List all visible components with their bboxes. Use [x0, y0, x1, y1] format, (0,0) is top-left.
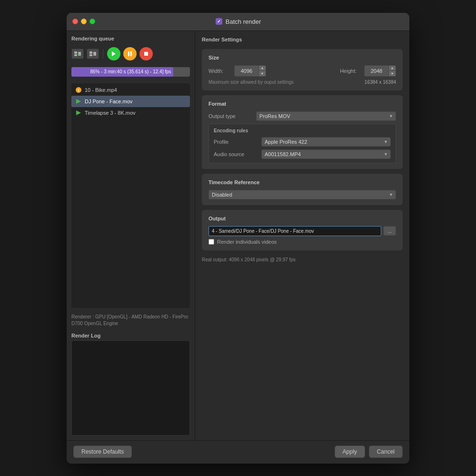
queue-item-label: DJ Pone - Face.mov: [85, 99, 132, 104]
output-type-label: Output type: [208, 113, 251, 119]
svg-marker-10: [112, 51, 116, 56]
queue-controls: + -: [71, 47, 190, 60]
svg-rect-11: [128, 51, 129, 56]
maximize-button[interactable]: [89, 19, 95, 24]
timecode-select[interactable]: Disabled Enabled: [208, 190, 396, 199]
audio-source-select[interactable]: A0011582.MP4 None Embedded: [261, 149, 391, 159]
svg-text:+: +: [78, 52, 80, 57]
render-individuals-checkbox[interactable]: [208, 239, 214, 245]
width-label: Width:: [208, 68, 229, 74]
apply-button[interactable]: Apply: [335, 446, 365, 458]
traffic-lights: [72, 19, 95, 24]
size-label: Size: [208, 55, 396, 60]
main-content: Rendering queue + -: [67, 31, 409, 440]
output-path-row: ...: [208, 226, 396, 236]
width-down-arrow[interactable]: ▼: [259, 71, 266, 76]
render-arrow-icon: [75, 98, 82, 105]
render-individuals-row: Render individuals videos: [208, 239, 396, 245]
queue-item[interactable]: Timelapse 3 - 8K.mov: [71, 107, 190, 119]
profile-select-wrapper: Apple ProRes 422 Apple ProRes 4444 Apple…: [261, 137, 391, 147]
format-card: Format Output type ProRes MOV H.264 H.26…: [202, 95, 403, 169]
close-button[interactable]: [72, 19, 78, 24]
play-button[interactable]: [107, 47, 120, 60]
real-output-text: Real output: 4096 x 2048 pixels @ 29.97 …: [202, 257, 403, 262]
render-log-box: [71, 340, 190, 436]
app-icon: ✓: [215, 18, 223, 25]
queue-item-label: 10 - Bike.mp4: [85, 87, 117, 93]
queue-item[interactable]: ! 10 - Bike.mp4: [71, 84, 190, 96]
restore-defaults-button[interactable]: Restore Defaults: [73, 446, 132, 458]
audio-source-label: Audio source: [214, 151, 257, 157]
output-type-select-wrapper: ProRes MOV H.264 H.265 DNxHD ▼: [256, 111, 396, 121]
format-label: Format: [208, 101, 396, 107]
profile-label: Profile: [214, 139, 257, 145]
svg-rect-2: [74, 51, 77, 54]
renderer-info: Renderer : GPU [OpenGL] - AMD Radeon HD …: [71, 314, 190, 327]
max-size-label: Maximum size allowed by ouput settings: [208, 79, 294, 85]
height-label: Height:: [340, 68, 357, 74]
svg-text:✓: ✓: [217, 19, 221, 24]
stop-button[interactable]: [139, 47, 153, 60]
output-label: Output: [208, 216, 396, 221]
render-arrow-icon: [75, 109, 82, 116]
queue-title: Rendering queue: [71, 36, 190, 41]
width-up-arrow[interactable]: ▲: [259, 66, 266, 71]
size-card: Size Width: ▲ ▼ Height:: [202, 49, 403, 90]
svg-marker-17: [76, 110, 81, 115]
progress-text: 86% - 3 min:40 s (35.614 s) - 12.4] fps: [71, 67, 190, 77]
max-size-value: 16384 x 16384: [365, 79, 396, 85]
queue-list[interactable]: ! 10 - Bike.mp4 DJ Pone - Face.mov Timel…: [71, 83, 190, 308]
size-row: Width: ▲ ▼ Height: ▲ ▼: [208, 65, 396, 77]
encoding-rules-box: Encoding rules Profile Apple ProRes 422 …: [208, 124, 396, 163]
svg-marker-16: [76, 99, 81, 104]
queue-item-label: Timelapse 3 - 8K.mov: [85, 110, 136, 116]
remove-from-queue-button[interactable]: -: [87, 49, 99, 59]
warning-icon: !: [75, 87, 82, 93]
svg-rect-6: [89, 51, 92, 54]
render-individuals-label: Render individuals videos: [217, 239, 277, 245]
encoding-rules-label: Encoding rules: [214, 128, 391, 133]
width-arrows: ▲ ▼: [258, 66, 266, 76]
controls-separator: [103, 49, 103, 59]
svg-rect-12: [130, 51, 132, 56]
render-settings-title: Render Settings: [202, 37, 403, 42]
render-log-title: Render Log: [71, 333, 190, 338]
height-arrows: ▲ ▼: [388, 66, 396, 76]
profile-row: Profile Apple ProRes 422 Apple ProRes 44…: [214, 137, 391, 147]
minimize-button[interactable]: [81, 19, 87, 24]
output-type-select[interactable]: ProRes MOV H.264 H.265 DNxHD: [256, 111, 396, 121]
output-path-input[interactable]: [208, 226, 381, 236]
right-panel: Render Settings Size Width: ▲ ▼ Height:: [195, 31, 409, 440]
render-log-section: Render Log: [71, 333, 190, 436]
height-input[interactable]: [365, 67, 388, 75]
width-input[interactable]: [235, 67, 258, 75]
height-up-arrow[interactable]: ▲: [389, 66, 396, 71]
svg-rect-7: [89, 54, 92, 56]
timecode-select-wrapper: Disabled Enabled ▼: [208, 190, 396, 199]
batch-render-window: ✓ Batch render Rendering queue +: [67, 13, 409, 464]
profile-select[interactable]: Apple ProRes 422 Apple ProRes 4444 Apple…: [261, 137, 391, 147]
height-down-arrow[interactable]: ▼: [389, 71, 396, 76]
left-panel: Rendering queue + -: [67, 31, 195, 440]
svg-rect-3: [74, 54, 77, 56]
height-spinbox[interactable]: ▲ ▼: [364, 65, 396, 77]
titlebar-title: ✓ Batch render: [215, 18, 261, 25]
svg-text:!: !: [78, 88, 79, 93]
add-to-queue-button[interactable]: +: [71, 49, 84, 59]
titlebar: ✓ Batch render: [67, 13, 409, 31]
timecode-label: Timecode Reference: [208, 179, 396, 185]
cancel-button[interactable]: Cancel: [369, 446, 403, 458]
audio-source-select-wrapper: A0011582.MP4 None Embedded ▼: [261, 149, 391, 159]
width-spinbox[interactable]: ▲ ▼: [234, 65, 266, 77]
queue-item[interactable]: DJ Pone - Face.mov: [71, 96, 190, 107]
pause-button[interactable]: [123, 47, 137, 60]
svg-text:-: -: [93, 51, 94, 57]
progress-bar: 86% - 3 min:40 s (35.614 s) - 12.4] fps: [71, 67, 190, 77]
output-card: Output ... Render individuals videos: [202, 210, 403, 250]
svg-rect-13: [144, 52, 148, 56]
browse-button[interactable]: ...: [383, 226, 396, 236]
output-type-row: Output type ProRes MOV H.264 H.265 DNxHD…: [208, 111, 396, 121]
audio-source-row: Audio source A0011582.MP4 None Embedded …: [214, 149, 391, 159]
bottom-buttons: Restore Defaults Apply Cancel: [67, 440, 409, 464]
timecode-card: Timecode Reference Disabled Enabled ▼: [202, 174, 403, 205]
